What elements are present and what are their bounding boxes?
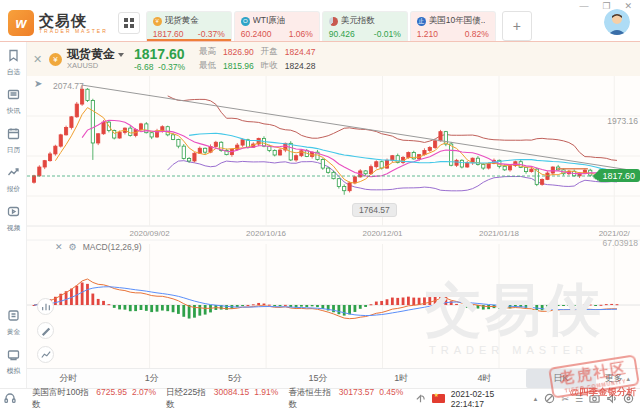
current-price-tag: 1817.60 bbox=[598, 169, 640, 182]
market-tab-1[interactable]: ¥现货黄金 1817.60-0.37% bbox=[146, 11, 232, 41]
layout-grid-button[interactable] bbox=[118, 12, 140, 34]
timeframe-4时[interactable]: 4时 bbox=[443, 369, 526, 388]
candlestick-chart[interactable]: 2020/09/022020/10/162020/12/012021/01/18… bbox=[27, 76, 640, 368]
headphones-icon[interactable] bbox=[4, 392, 16, 406]
app-title: 交易侠 bbox=[39, 13, 108, 28]
timeframe-5分[interactable]: 5分 bbox=[193, 369, 276, 388]
symbol-code: XAUUSD bbox=[67, 61, 124, 70]
macd-scale-label: 67.03918 bbox=[603, 238, 638, 248]
field-label: 开盘 bbox=[261, 46, 278, 58]
demo-icon bbox=[7, 347, 20, 365]
field-value: 1815.96 bbox=[223, 61, 254, 71]
gold-coin-icon: ¥ bbox=[153, 17, 162, 26]
bookmark-icon bbox=[7, 48, 20, 66]
index-quote[interactable]: 香港恒生指数30173.570.45% bbox=[288, 387, 403, 408]
index-quote[interactable]: 美国富时100指数6725.952.07% bbox=[32, 387, 156, 408]
video-icon bbox=[7, 204, 20, 222]
timeframe-1时[interactable]: 1时 bbox=[360, 369, 443, 388]
app-subtitle: TRADER MASTER bbox=[39, 28, 108, 34]
market-tab-2[interactable]: OWTI原油 60.24001.06% bbox=[234, 11, 320, 41]
field-label: 最高 bbox=[199, 46, 216, 58]
market-tab-3[interactable]: 美元指数 90.426-0.01% bbox=[322, 11, 408, 41]
expand-caret-icon[interactable]: ▲ bbox=[532, 396, 538, 402]
chart-area[interactable]: 2020/09/022020/10/162020/12/012021/01/18… bbox=[27, 76, 640, 368]
x-axis-tick: 2020/10/16 bbox=[246, 229, 287, 238]
macd-indicator-label: MACD(12,26,9) bbox=[83, 242, 142, 252]
china-flag-icon bbox=[432, 394, 444, 403]
timeframe-15分[interactable]: 15分 bbox=[277, 369, 360, 388]
gold-coin-icon: ¥ bbox=[49, 53, 62, 66]
network-status-icon bbox=[415, 393, 426, 404]
volume-tool-button[interactable] bbox=[37, 298, 54, 315]
sidebar-item-demo[interactable]: 模拟 bbox=[6, 347, 21, 376]
field-label: 最低 bbox=[199, 60, 216, 72]
gold-icon bbox=[7, 308, 20, 326]
grid-icon bbox=[124, 18, 134, 28]
sidebar-item-quotes[interactable]: 报价 bbox=[6, 165, 21, 194]
x-axis-tick: 2020/12/01 bbox=[363, 229, 404, 238]
sidebar-item-video[interactable]: 视频 bbox=[6, 204, 21, 233]
index-quote[interactable]: 日经225指数30084.151.91% bbox=[166, 387, 278, 408]
field-value: 1826.90 bbox=[223, 47, 254, 57]
field-value: 1824.28 bbox=[285, 61, 316, 71]
quotes-icon bbox=[7, 165, 20, 183]
symbol-name: 现货黄金 bbox=[67, 47, 115, 61]
restore-button[interactable]: ❐ bbox=[602, 2, 610, 11]
chevron-down-icon bbox=[118, 53, 124, 57]
app-logo: w 交易侠 TRADER MASTER bbox=[8, 10, 108, 36]
price-change-pct: -0.37% bbox=[158, 62, 185, 72]
sidebar-item-calendar[interactable]: 日历 bbox=[6, 126, 21, 155]
left-sidebar: 自选快讯日历报价视频 黄金模拟 bbox=[0, 42, 27, 388]
y-axis-label: 1973.16 bbox=[607, 116, 638, 126]
macd-close-icon[interactable]: ✕ bbox=[55, 242, 63, 252]
window-controls: — ❐ ✕ bbox=[579, 2, 632, 11]
clock-timestamp: 2021-02-15 22:14:17 bbox=[451, 389, 527, 408]
market-tab-4[interactable]: 止美国10年国债.. 1.2100.82% bbox=[410, 11, 496, 41]
dollar-index-icon bbox=[329, 17, 338, 26]
sidebar-item-bookmark[interactable]: 自选 bbox=[6, 48, 21, 77]
ohlc-fields: 最高1826.90开盘1824.47最低1815.96昨收1824.28 bbox=[199, 46, 315, 72]
treasury-icon: 止 bbox=[417, 17, 426, 26]
peak-price-annotation: 2074.77 bbox=[53, 81, 84, 91]
close-chart-icon[interactable]: ✕ bbox=[33, 53, 47, 66]
last-price: 1817.60 bbox=[134, 47, 185, 62]
x-axis-tick: 2020/09/02 bbox=[130, 229, 171, 238]
trough-price-tooltip: 1764.57 bbox=[352, 203, 397, 217]
timeframe-1分[interactable]: 1分 bbox=[110, 369, 193, 388]
credit-watermark: @四季金银分析 bbox=[570, 386, 636, 399]
status-bar: 美国富时100指数6725.952.07%日经225指数30084.151.91… bbox=[0, 388, 640, 408]
symbol-selector[interactable]: 现货黄金 XAUUSD bbox=[67, 48, 124, 70]
field-label: 昨收 bbox=[261, 60, 278, 72]
price-change: -6.68 bbox=[134, 62, 153, 72]
logo-icon: w bbox=[8, 10, 34, 36]
x-axis-tick: 2021/02/ bbox=[599, 229, 631, 238]
draw-tool-button[interactable] bbox=[37, 322, 54, 339]
avatar[interactable] bbox=[604, 9, 630, 35]
add-tab-button[interactable]: + bbox=[502, 11, 532, 41]
indicator-tool-button[interactable] bbox=[37, 346, 54, 363]
minimize-button[interactable]: — bbox=[579, 2, 588, 11]
app-header: — ❐ ✕ w 交易侠 TRADER MASTER ¥现货黄金 1817.60-… bbox=[0, 0, 640, 42]
x-axis-tick: 2021/01/18 bbox=[479, 229, 520, 238]
sidebar-item-gold[interactable]: 黄金 bbox=[6, 308, 21, 337]
timeframe-分时[interactable]: 分时 bbox=[27, 369, 110, 388]
sidebar-item-news[interactable]: 快讯 bbox=[6, 87, 21, 116]
oil-icon: O bbox=[241, 17, 250, 26]
market-tabs: ¥现货黄金 1817.60-0.37% OWTI原油 60.24001.06% … bbox=[146, 11, 496, 41]
calendar-icon bbox=[7, 126, 20, 144]
news-icon bbox=[7, 87, 20, 105]
cursor-tool-icon[interactable]: ➤ bbox=[34, 78, 42, 89]
quote-header: ✕ ¥ 现货黄金 XAUUSD 1817.60 -6.68 -0.37% 最高1… bbox=[27, 42, 640, 76]
macd-settings-icon[interactable]: ⚙ bbox=[69, 242, 77, 252]
field-value: 1824.47 bbox=[285, 47, 316, 57]
close-button[interactable]: ✕ bbox=[624, 2, 632, 11]
